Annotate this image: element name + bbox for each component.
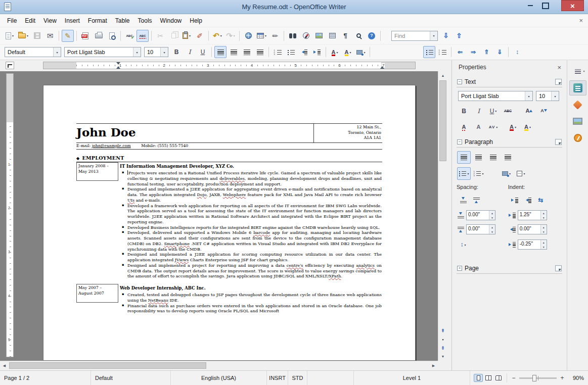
- scroll-down-icon[interactable]: ▼: [438, 352, 447, 361]
- chevron-down-icon[interactable]: ▾: [160, 47, 168, 57]
- borders-button[interactable]: ▾: [514, 167, 528, 180]
- document-page[interactable]: John Doe 12 Main St.,Toronto, OntarioA1A…: [43, 85, 416, 361]
- formatting-marks-button[interactable]: ¶: [339, 30, 351, 42]
- help-button[interactable]: ?: [366, 30, 378, 42]
- selection-mode-status[interactable]: STD: [288, 371, 307, 385]
- font-name-combo[interactable]: Port Lligat Slab ▾: [64, 47, 141, 57]
- first-line-indent-marker[interactable]: [116, 62, 120, 65]
- spinner-arrows[interactable]: ▲▼: [489, 211, 495, 220]
- paragraph-dialog-launcher-icon[interactable]: [555, 139, 562, 145]
- spinner-arrows[interactable]: ▲▼: [540, 240, 547, 249]
- expand-icon[interactable]: +: [457, 266, 462, 271]
- spinner-arrows[interactable]: ▲▼: [540, 225, 547, 234]
- after-text-indent-field[interactable]: 0.00" ▲▼: [518, 224, 547, 234]
- horizontal-scrollbar[interactable]: ◀ ▶: [0, 361, 438, 369]
- right-indent-marker[interactable]: [380, 66, 384, 69]
- chevron-down-icon[interactable]: ▾: [551, 91, 559, 101]
- insert-mode-status[interactable]: INSRT: [267, 371, 288, 385]
- gallery-button[interactable]: [313, 30, 325, 42]
- highlighting-button[interactable]: A▾: [342, 46, 354, 58]
- sidebar-splitter[interactable]: [447, 60, 451, 369]
- bullets-button[interactable]: ▾: [457, 167, 471, 180]
- language-status[interactable]: English (USA): [171, 371, 267, 385]
- before-text-indent-field[interactable]: 1.25" ▲▼: [518, 210, 547, 220]
- underline-button[interactable]: U: [197, 46, 209, 58]
- open-button[interactable]: ▾: [17, 30, 30, 42]
- menu-file[interactable]: File: [3, 15, 21, 26]
- find-next-button[interactable]: ⇩: [440, 30, 452, 42]
- zoom-slider-handle[interactable]: [532, 375, 536, 381]
- menu-format[interactable]: Format: [84, 15, 111, 26]
- move-down-button[interactable]: ⇓: [493, 46, 506, 58]
- scroll-right-icon[interactable]: ▶: [429, 361, 438, 370]
- vertical-ruler[interactable]: 12345: [6, 73, 14, 357]
- close-button[interactable]: [561, 0, 584, 11]
- character-spacing-button[interactable]: AV▾: [486, 121, 500, 133]
- align-right-button[interactable]: [241, 46, 253, 58]
- menu-table[interactable]: Table: [111, 15, 134, 26]
- decrease-spacing-button[interactable]: [470, 194, 482, 206]
- draw-functions-button[interactable]: ✏: [269, 30, 281, 42]
- font-color-button[interactable]: A▾: [506, 121, 520, 133]
- chevron-down-icon[interactable]: ▾: [525, 91, 532, 101]
- insert-table-button[interactable]: ▾: [255, 30, 268, 42]
- text-dialog-launcher-icon[interactable]: [555, 79, 562, 85]
- chevron-down-icon[interactable]: ▾: [430, 31, 437, 40]
- vertical-scrollbar[interactable]: ▲ ⇞ ● ⇟ ▼: [438, 71, 447, 361]
- decrease-font-size-button[interactable]: A: [535, 105, 549, 117]
- font-effects-button[interactable]: A: [457, 121, 471, 133]
- paragraph-section-header[interactable]: − Paragraph: [457, 136, 562, 148]
- demote-level-button[interactable]: ⇒: [467, 46, 479, 58]
- find-input[interactable]: Find▾: [391, 31, 438, 41]
- collapse-icon[interactable]: −: [457, 139, 462, 145]
- paragraph-style-combo[interactable]: Default ▾: [5, 47, 61, 57]
- strikethrough-button[interactable]: ABC: [501, 105, 515, 117]
- font-size-combo[interactable]: 10 ▾: [144, 47, 168, 57]
- previous-page-icon[interactable]: ⇞: [438, 326, 447, 335]
- align-justify-button[interactable]: [501, 151, 515, 164]
- increase-indent-button[interactable]: [311, 46, 323, 58]
- above-paragraph-spacing-field[interactable]: 0.00" ▲▼: [466, 210, 495, 220]
- close-document-icon[interactable]: ×: [579, 17, 583, 24]
- edit-file-button[interactable]: ✎: [62, 30, 74, 42]
- spinner-arrows[interactable]: ▲▼: [489, 225, 495, 234]
- menu-edit[interactable]: Edit: [21, 15, 39, 26]
- maximize-button[interactable]: [538, 0, 553, 11]
- highlighting-button[interactable]: A▾: [521, 121, 534, 133]
- align-left-button[interactable]: [457, 151, 471, 164]
- bullets-on-off-button[interactable]: [285, 46, 297, 58]
- navigator-button[interactable]: [300, 30, 312, 42]
- gallery-deck-button[interactable]: [569, 114, 586, 129]
- hyperlink-button[interactable]: [242, 30, 254, 42]
- bold-button[interactable]: B: [170, 46, 183, 58]
- scroll-up-icon[interactable]: ▲: [438, 71, 447, 80]
- page-dialog-launcher-icon[interactable]: [555, 265, 562, 271]
- font-color-button[interactable]: A▾: [329, 46, 341, 58]
- spelling-button[interactable]: ABC: [123, 30, 135, 42]
- vertical-scrollbar-thumb[interactable]: [439, 80, 446, 161]
- first-line-indent-field[interactable]: -0.25" ▲▼: [518, 239, 547, 250]
- list-bullets-button[interactable]: [423, 46, 435, 58]
- page-style-status[interactable]: Default: [91, 371, 171, 385]
- align-right-button[interactable]: [486, 151, 500, 164]
- scroll-left-icon[interactable]: ◀: [0, 361, 9, 370]
- single-page-view-button[interactable]: [474, 374, 483, 382]
- below-paragraph-spacing-field[interactable]: 0.00" ▲▼: [466, 224, 495, 234]
- list-numbering-button[interactable]: [436, 46, 448, 58]
- menu-tools[interactable]: Tools: [134, 15, 156, 26]
- zoom-out-button[interactable]: −: [510, 374, 517, 381]
- align-left-button[interactable]: [214, 46, 227, 58]
- navigation-icon[interactable]: ●: [438, 335, 447, 344]
- bold-button[interactable]: B: [457, 105, 471, 117]
- email-document-button[interactable]: ✉: [44, 30, 56, 42]
- promote-level-button[interactable]: ⇐: [454, 46, 466, 58]
- sidebar-font-name-combo[interactable]: Port Lligat Slab ▾: [458, 91, 533, 101]
- decrease-indent-button[interactable]: [522, 194, 534, 206]
- numbering-button[interactable]: ▾: [472, 167, 485, 180]
- menu-insert[interactable]: Insert: [61, 15, 84, 26]
- decrease-indent-button[interactable]: [298, 46, 310, 58]
- zoom-level[interactable]: 90%: [566, 375, 584, 381]
- sidebar-settings-button[interactable]: [569, 64, 586, 79]
- horizontal-scrollbar-thumb[interactable]: [9, 362, 206, 369]
- background-color-button[interactable]: ▾: [355, 46, 367, 58]
